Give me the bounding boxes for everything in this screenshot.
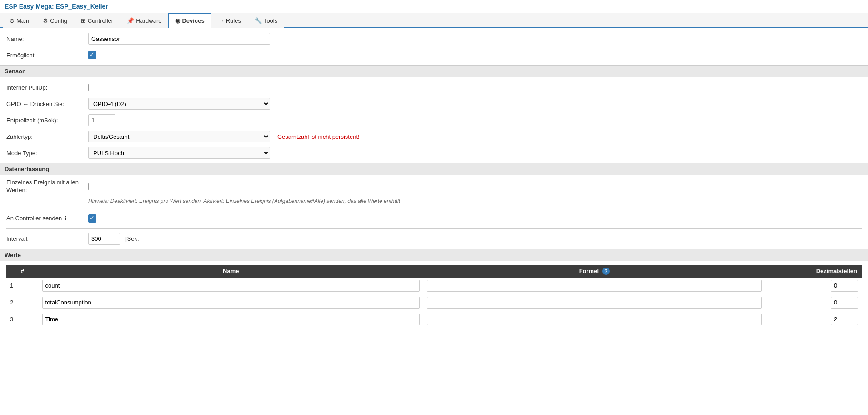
row-2-name-cell	[39, 294, 423, 311]
counter-type-label: Zählertyp:	[6, 133, 88, 140]
controller-icon: ⊞	[81, 17, 86, 24]
table-row: 1	[6, 278, 862, 294]
pullup-label: Interner PullUp:	[6, 84, 88, 91]
row-3-name-input[interactable]	[42, 314, 420, 325]
nav-tabs: ⊙ Main ⚙ Config ⊞ Controller 📌 Hardware …	[0, 13, 868, 28]
hardware-icon: 📌	[127, 17, 134, 24]
row-1-formel-input[interactable]	[427, 280, 762, 292]
name-input[interactable]	[88, 33, 270, 45]
tab-tools[interactable]: 🔧 Tools	[248, 13, 284, 28]
tab-hardware[interactable]: 📌 Hardware	[120, 13, 168, 28]
col-header-num: #	[6, 265, 39, 278]
debounce-input[interactable]	[88, 114, 115, 126]
tab-config[interactable]: ⚙ Config	[36, 13, 74, 28]
row-3-name-cell	[39, 311, 423, 328]
row-3-formel-cell	[423, 311, 765, 328]
row-2-formel-cell	[423, 294, 765, 311]
tab-devices[interactable]: ◉ Devices	[168, 13, 211, 28]
config-icon: ⚙	[43, 17, 48, 24]
col-header-name: Name	[39, 265, 423, 278]
row-3-dezimal-cell	[765, 311, 862, 328]
werte-section-header: Werte	[0, 249, 868, 261]
counter-type-control: Delta/Gesamt Delta Gesamt Delta_Long/Ges…	[88, 131, 360, 142]
debounce-row: Entprellzeit (mSek):	[6, 114, 862, 127]
single-event-row: Einzelnes Ereignis mit allen Werten:	[6, 179, 862, 194]
devices-icon: ◉	[175, 17, 180, 24]
werte-table: # Name Formel ? Dezimalstellen 1	[6, 265, 862, 328]
single-event-control	[88, 183, 95, 190]
row-1-name-input[interactable]	[42, 280, 420, 292]
row-2-name-input[interactable]	[42, 297, 420, 309]
row-2-dezimal-input[interactable]	[831, 297, 858, 309]
row-3-dezimal-input[interactable]	[831, 314, 858, 325]
send-controller-checkbox[interactable]	[88, 214, 96, 223]
row-2-num: 2	[6, 294, 39, 311]
enabled-checkbox[interactable]	[88, 51, 96, 59]
col-header-formel: Formel ?	[423, 265, 765, 278]
rules-icon: →	[218, 17, 224, 24]
single-event-label: Einzelnes Ereignis mit allen Werten:	[6, 179, 88, 194]
title-link[interactable]: ESP Easy Mega: ESP_Easy_Keller	[5, 3, 108, 10]
name-row: Name:	[6, 32, 862, 45]
send-controller-control	[88, 214, 96, 223]
send-controller-row: An Controller senden ℹ	[6, 212, 862, 225]
enabled-control	[88, 51, 96, 59]
send-controller-label: An Controller senden ℹ	[6, 215, 88, 222]
interval-label: Intervall:	[6, 235, 88, 242]
interval-unit: [Sek.]	[125, 235, 140, 242]
enabled-label: Ermöglicht:	[6, 52, 88, 59]
mode-type-select[interactable]: PULS Hoch PULS Niedrig PULS Beide LOW HI…	[88, 147, 270, 159]
gpio-row: GPIO ← Drücken Sie: GPIO-4 (D2) GPIO-0 (…	[6, 97, 862, 110]
name-control	[88, 33, 270, 45]
enabled-row: Ermöglicht:	[6, 49, 862, 61]
table-row: 2	[6, 294, 862, 311]
sensor-section-header: Sensor	[0, 65, 868, 77]
row-1-dezimal-cell	[765, 278, 862, 294]
interval-input[interactable]	[88, 233, 120, 245]
table-row: 3	[6, 311, 862, 328]
title-bar: ESP Easy Mega: ESP_Easy_Keller	[0, 0, 868, 13]
tab-main[interactable]: ⊙ Main	[3, 13, 36, 28]
counter-type-select[interactable]: Delta/Gesamt Delta Gesamt Delta_Long/Ges…	[88, 131, 270, 142]
main-content: Name: Ermöglicht: Sensor Interner PullUp…	[0, 28, 868, 333]
interval-control: [Sek.]	[88, 233, 140, 245]
single-event-checkbox[interactable]	[88, 183, 95, 190]
row-2-dezimal-cell	[765, 294, 862, 311]
interval-row: Intervall: [Sek.]	[6, 233, 862, 245]
row-3-num: 3	[6, 311, 39, 328]
col-header-dezimal: Dezimalstellen	[765, 265, 862, 278]
tab-controller[interactable]: ⊞ Controller	[74, 13, 120, 28]
hint-text: Hinweis: Deaktiviert: Ereignis pro Wert …	[88, 198, 862, 204]
row-1-dezimal-input[interactable]	[831, 280, 858, 292]
mode-type-control: PULS Hoch PULS Niedrig PULS Beide LOW HI…	[88, 147, 270, 159]
debounce-control	[88, 114, 115, 126]
pullup-control	[88, 84, 95, 91]
gpio-select[interactable]: GPIO-4 (D2) GPIO-0 (D3) GPIO-2 (D4) GPIO…	[88, 98, 270, 110]
divider-2	[6, 228, 862, 229]
pullup-checkbox[interactable]	[88, 84, 95, 91]
tab-rules[interactable]: → Rules	[211, 13, 248, 28]
row-1-name-cell	[39, 278, 423, 294]
counter-type-warning: Gesamtzahl ist nicht persistent!	[277, 133, 360, 140]
pullup-row: Interner PullUp:	[6, 81, 862, 94]
datenerfassung-section-header: Datenerfassung	[0, 163, 868, 175]
gpio-label: GPIO ← Drücken Sie:	[6, 101, 88, 107]
divider-1	[6, 208, 862, 208]
main-icon: ⊙	[10, 17, 15, 24]
mode-type-row: Mode Type: PULS Hoch PULS Niedrig PULS B…	[6, 147, 862, 159]
counter-type-row: Zählertyp: Delta/Gesamt Delta Gesamt Del…	[6, 130, 862, 143]
debounce-label: Entprellzeit (mSek):	[6, 117, 88, 124]
info-icon: ℹ	[65, 215, 67, 222]
row-1-num: 1	[6, 278, 39, 294]
mode-type-label: Mode Type:	[6, 150, 88, 157]
row-3-formel-input[interactable]	[427, 314, 762, 325]
tools-icon: 🔧	[255, 17, 262, 24]
name-label: Name:	[6, 35, 88, 42]
row-2-formel-input[interactable]	[427, 297, 762, 309]
row-1-formel-cell	[423, 278, 765, 294]
gpio-control: GPIO-4 (D2) GPIO-0 (D3) GPIO-2 (D4) GPIO…	[88, 98, 270, 110]
formel-help-icon[interactable]: ?	[602, 268, 610, 275]
